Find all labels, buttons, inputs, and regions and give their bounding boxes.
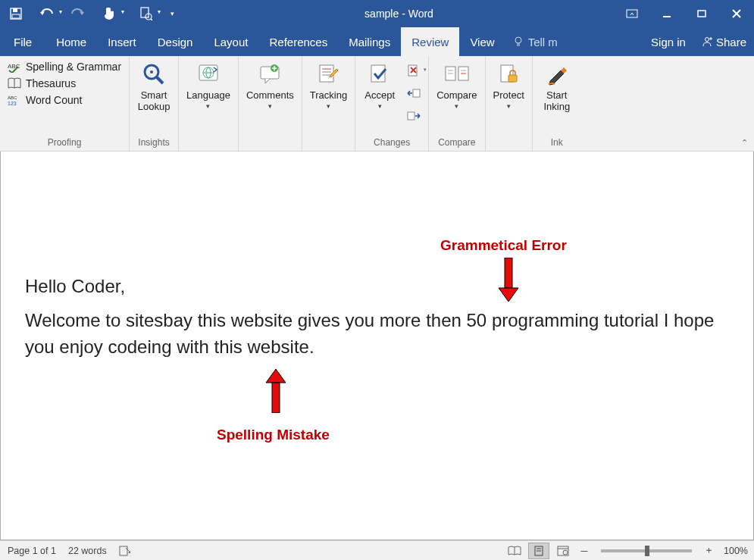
zoom-in-button[interactable]: ＋	[701, 543, 716, 559]
share-icon	[701, 36, 713, 48]
read-mode-button[interactable]	[504, 543, 525, 559]
dropdown-caret: ▾	[327, 102, 330, 110]
svg-rect-2	[12, 14, 20, 18]
svg-point-11	[515, 37, 521, 43]
ribbon-group-compare: Compare ▾ Compare	[429, 56, 485, 151]
accept-icon	[368, 63, 391, 86]
reject-button[interactable]	[404, 61, 424, 80]
share-button[interactable]: Share	[693, 36, 754, 48]
tab-layout[interactable]: Layout	[203, 27, 258, 56]
ribbon-group-changes: Accept ▾ Changes	[355, 56, 429, 151]
share-label: Share	[716, 36, 746, 48]
arrow-up-icon	[264, 368, 287, 413]
touch-mode-button[interactable]	[92, 2, 126, 25]
compare-button[interactable]: Compare ▾	[432, 58, 481, 110]
wordcount-button[interactable]: ABC123 Word Count	[8, 94, 121, 106]
spelling-grammar-button[interactable]: ABC Spelling & Grammar	[8, 61, 121, 73]
ribbon-group-tracking: Tracking ▾	[302, 56, 355, 151]
spellcheck-icon: ABC	[8, 61, 21, 73]
tell-me-label: Tell m	[528, 36, 558, 48]
previous-change-button[interactable]	[404, 83, 424, 103]
tracking-button[interactable]: Tracking ▾	[305, 58, 352, 110]
thesaurus-button[interactable]: Thesaurus	[8, 77, 121, 89]
protect-icon	[498, 63, 519, 86]
svg-point-23	[150, 70, 153, 74]
comment-icon	[258, 64, 282, 85]
ribbon-group-comments: Comments ▾	[239, 56, 302, 151]
svg-text:ABC: ABC	[8, 63, 20, 70]
undo-button[interactable]	[30, 2, 64, 25]
zoom-out-button[interactable]: ─	[577, 543, 592, 559]
globe-icon	[196, 64, 221, 85]
tab-review[interactable]: Review	[401, 27, 459, 56]
close-button[interactable]	[719, 0, 754, 27]
minimize-button[interactable]	[649, 0, 684, 27]
svg-rect-3	[141, 8, 149, 17]
save-button[interactable]	[5, 2, 27, 25]
tab-insert[interactable]: Insert	[97, 27, 147, 56]
tab-file[interactable]: File	[0, 27, 45, 56]
web-layout-button[interactable]	[552, 543, 574, 559]
statusbar: Page 1 of 1 22 words ─ ＋ 100%	[0, 540, 754, 560]
svg-line-5	[151, 19, 152, 20]
arrow-down-icon	[497, 258, 520, 303]
tab-view[interactable]: View	[459, 27, 505, 56]
tab-mailings[interactable]: Mailings	[338, 27, 401, 56]
compare-icon	[444, 64, 470, 85]
tab-design[interactable]: Design	[147, 27, 204, 56]
status-words[interactable]: 22 words	[68, 546, 107, 556]
maximize-button[interactable]	[684, 0, 719, 27]
grammar-error-word: then	[426, 310, 461, 330]
ink-group-label: Ink	[536, 136, 578, 151]
svg-line-22	[157, 77, 163, 83]
signin-button[interactable]: Sign in	[643, 36, 693, 48]
svg-point-14	[705, 38, 709, 42]
doc-body: Welcome to sitesbay this website gives y…	[25, 308, 729, 361]
status-page[interactable]: Page 1 of 1	[8, 546, 56, 556]
ribbon-group-protect: Protect ▾	[486, 56, 533, 151]
zoom-percent[interactable]: 100%	[724, 546, 748, 556]
zoom-slider-thumb[interactable]	[645, 546, 649, 556]
print-preview-button[interactable]	[129, 2, 162, 25]
window-controls	[615, 0, 754, 27]
document-area[interactable]: Grammetical Error Hello Coder, Welcome t…	[0, 152, 754, 540]
language-button[interactable]: Language ▾	[182, 58, 235, 110]
lightbulb-icon	[513, 36, 524, 47]
next-change-button[interactable]	[404, 106, 424, 126]
wordcount-label: Word Count	[26, 94, 82, 106]
svg-rect-40	[413, 89, 420, 97]
quick-access-toolbar: ▾	[0, 2, 183, 25]
tab-home[interactable]: Home	[45, 27, 97, 56]
svg-rect-50	[505, 258, 512, 288]
callout-grammar: Grammetical Error	[440, 235, 567, 256]
start-inking-button[interactable]: StartInking	[536, 58, 578, 112]
comments-button[interactable]: Comments ▾	[242, 58, 299, 110]
reject-icon	[407, 64, 421, 77]
status-proofing-icon[interactable]	[119, 546, 131, 556]
redo-button[interactable]	[67, 2, 89, 25]
qat-customize[interactable]: ▾	[165, 2, 179, 25]
prev-icon	[407, 88, 421, 99]
ribbon-display-button[interactable]	[615, 0, 649, 27]
svg-text:ABC: ABC	[8, 95, 17, 100]
svg-rect-41	[408, 112, 415, 120]
ribbon-group-language: Language ▾	[179, 56, 239, 151]
tell-me-search[interactable]: Tell m	[505, 27, 565, 56]
insights-group-label: Insights	[133, 136, 175, 151]
dropdown-caret: ▾	[268, 102, 272, 110]
protect-button[interactable]: Protect ▾	[489, 58, 529, 110]
ribbon: ABC Spelling & Grammar Thesaurus ABC123 …	[0, 56, 754, 152]
smart-lookup-button[interactable]: SmartLookup	[133, 58, 175, 112]
pen-icon	[546, 63, 568, 86]
doc-greeting: Hello Coder,	[25, 274, 729, 300]
spelling-error-word: codeing	[108, 336, 171, 357]
print-layout-button[interactable]	[528, 543, 549, 559]
accept-button[interactable]: Accept ▾	[358, 58, 401, 110]
zoom-slider[interactable]	[601, 549, 692, 552]
titlebar: ▾ sample - Word	[0, 0, 754, 27]
wordcount-icon: ABC123	[8, 94, 21, 106]
window-title: sample - Word	[183, 8, 615, 20]
tracking-icon	[317, 63, 339, 86]
collapse-ribbon-button[interactable]: ⌃	[741, 138, 748, 148]
tab-references[interactable]: References	[258, 27, 338, 56]
